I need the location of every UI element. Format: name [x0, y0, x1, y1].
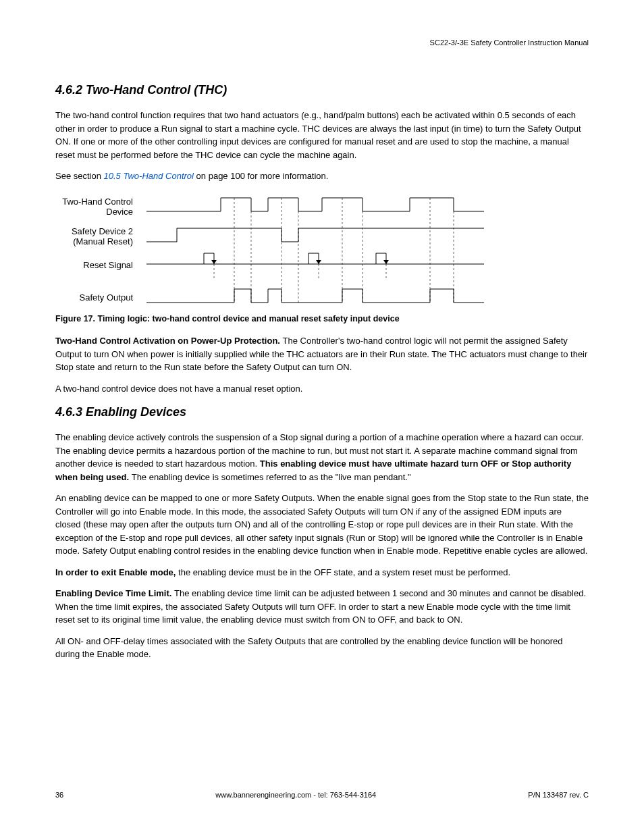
document-header-title: SC22-3/-3E Safety Controller Instruction…: [430, 37, 589, 49]
thc-no-manual-reset: A two-hand control device does not have …: [55, 382, 589, 396]
footer-contact: www.bannerengineering.com - tel: 763-544…: [215, 789, 376, 801]
thc-power-up: Two-Hand Control Activation on Power-Up …: [55, 334, 589, 374]
footer-partnum: P/N 133487 rev. C: [528, 789, 589, 801]
waveform-area: [146, 191, 484, 313]
section-heading-thc: 4.6.2 Two-Hand Control (THC): [55, 81, 589, 99]
enabling-para-4-bold: Enabling Device Time Limit.: [55, 588, 174, 598]
label-safety-output: Safety Output: [55, 292, 140, 303]
thc-para-2-pre: See section: [55, 171, 104, 181]
enabling-para-2: An enabling device can be mapped to one …: [55, 492, 589, 558]
page-number: 36: [55, 789, 63, 801]
enabling-para-1-post: The enabling device is sometimes referre…: [132, 472, 411, 482]
thc-power-up-lead: Two-Hand Control Activation on Power-Up …: [55, 336, 283, 346]
label-two-hand-control: Two-Hand Control Device: [55, 197, 140, 217]
enabling-para-5: All ON- and OFF-delay times associated w…: [55, 635, 589, 661]
section-heading-enabling: 4.6.3 Enabling Devices: [55, 403, 589, 421]
enabling-para-3: In order to exit Enable mode, the enabli…: [55, 566, 589, 579]
enabling-para-3-bold: In order to exit Enable mode,: [55, 567, 178, 577]
enabling-para-4: Enabling Device Time Limit. The enabling…: [55, 587, 589, 627]
figure-17: Two-Hand Control Device Safety Device 2 …: [55, 191, 589, 325]
timing-svg: [146, 191, 484, 313]
page-content: 4.6.2 Two-Hand Control (THC) The two-han…: [55, 37, 589, 661]
enabling-para-3-body: the enabling device must be in the OFF s…: [178, 567, 510, 577]
page-footer: 36 www.bannerengineering.com - tel: 763-…: [55, 789, 589, 801]
thc-para-1: The two-hand control function requires t…: [55, 109, 589, 161]
thc-para-2: See section 10.5 Two-Hand Control on pag…: [55, 170, 589, 183]
thc-para-2-post: on page 100 for more information.: [194, 171, 328, 181]
label-safety-device-2: Safety Device 2 (Manual Reset): [55, 226, 140, 247]
link-two-hand-control[interactable]: 10.5 Two-Hand Control: [104, 171, 194, 181]
label-reset-signal: Reset Signal: [55, 260, 140, 271]
timing-diagram: Two-Hand Control Device Safety Device 2 …: [55, 191, 589, 313]
figure-17-caption: Figure 17. Timing logic: two-hand contro…: [55, 313, 589, 325]
enabling-para-1: The enabling device actively controls th…: [55, 431, 589, 484]
